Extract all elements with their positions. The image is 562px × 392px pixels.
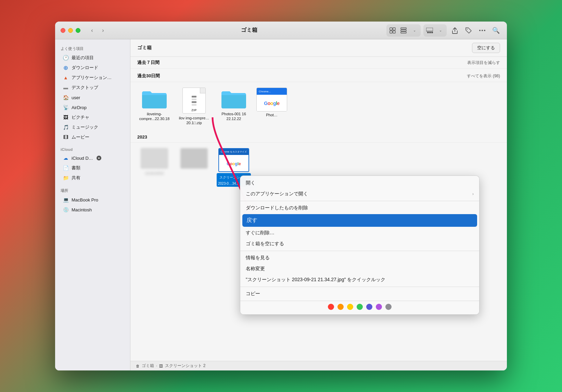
breadcrumb-separator: › [156,364,157,368]
breadcrumb-file: スクリーンショット 2 [165,363,205,369]
svg-point-12 [479,30,481,31]
sidebar-item-icloud-drive[interactable]: ☁ iCloud D… ● [57,153,128,163]
gallery-button[interactable] [424,25,435,36]
sidebar-item-airdrop[interactable]: 📡 AirDrop [57,103,128,112]
file-item-screenshot-partial[interactable]: Chrome... Google Phot… [256,88,287,126]
sidebar-music-label: ミュージック [72,124,98,130]
context-menu-put-back[interactable]: 戻す [242,214,477,227]
file-item-2023-2[interactable] [177,148,211,187]
breadcrumb-file-icon: 🖼 [159,364,163,368]
sidebar-desktop-label: デスクトップ [72,84,98,91]
macbook-icon: 💻 [63,197,69,203]
files-grid-30days: iloveimg-compre...22.30.18 [130,82,507,132]
file-item-2023-1[interactable]: screenshot [137,148,171,187]
section-past7-action[interactable]: 表示項目を減らす [467,60,500,66]
minimize-button[interactable] [68,28,73,33]
sidebar-macbook-label: MacBook Pro [72,197,98,202]
color-dot-purple[interactable] [376,304,382,310]
sidebar-item-applications[interactable]: ▲ アプリケーション… [57,73,128,82]
file-item-folder1[interactable]: iloveimg-compre...22.30.18 [137,88,171,126]
color-dot-red[interactable] [328,304,334,310]
zip-icon: ZIP [182,88,206,114]
context-menu-rename[interactable]: 名称変更 [240,263,479,274]
sidebar-item-recents[interactable]: 🕐 最近の項目 [57,53,128,63]
file-name-folder1: iloveimg-compre...22.30.18 [137,111,171,122]
gallery-view-group: ⌄ [423,24,447,37]
trash-icon-small: 🗑 [136,364,140,368]
svg-rect-0 [390,28,392,30]
icloud-drive-icon: ☁ [63,155,69,161]
context-menu-copy[interactable]: コピー [240,288,479,299]
sidebar-item-desktop[interactable]: ▬ デスクトップ [57,83,128,92]
desktop-icon: ▬ [63,84,69,91]
list-view-button[interactable] [398,25,409,36]
sidebar-item-shared[interactable]: 📁 共有 [57,173,128,183]
sidebar-item-music[interactable]: 🎵 ミュージック [57,122,128,132]
svg-rect-1 [393,28,395,30]
sidebar-item-pictures[interactable]: 🖼 ピクチャ [57,113,128,122]
chevron-down-button[interactable]: ⌄ [409,25,420,36]
sidebar-item-macbook[interactable]: 💻 MacBook Pro [57,195,128,205]
color-dot-yellow[interactable] [347,304,353,310]
shared-icon: 📁 [63,175,69,181]
context-menu-delete-downloaded[interactable]: ダウンロードしたものを削除 [240,202,479,213]
sidebar-icloud-label: iCloud D… [72,156,93,161]
svg-point-14 [484,30,485,31]
share-button[interactable] [449,25,460,36]
color-dot-blue[interactable] [366,304,372,310]
forward-button[interactable]: › [98,26,108,35]
color-dot-gray[interactable] [385,304,392,310]
macintosh-icon: 💿 [63,207,69,213]
context-menu-open[interactable]: 開く [240,178,479,188]
sidebar-item-documents[interactable]: 📄 書類 [57,163,128,173]
sidebar-pictures-label: ピクチャ [72,114,89,120]
sidebar-movies-label: ムービー [72,134,89,140]
grid-view-button[interactable] [387,25,398,36]
file-item-folder2[interactable]: Photos-001 16 22.12.22 [217,88,251,126]
applications-icon: ▲ [63,75,69,81]
file-name-zip: ilov img-compre…20.1□.zip [177,115,211,126]
context-menu-quicklook[interactable]: "スクリーンショット 2023-09-21 21.34.27.jpg" をクイッ… [240,274,479,285]
section-past7: 過去７日間 表示項目を減らす [130,57,507,69]
back-button[interactable]: ‹ [87,26,97,35]
location-section-title: 場所 [55,185,130,195]
search-button[interactable]: 🔍 [490,25,501,36]
breadcrumb-trash: ゴミ箱 [142,363,154,369]
sidebar-item-downloads[interactable]: ⊕ ダウンロード [57,63,128,73]
sidebar-item-user[interactable]: 🏠 user [57,93,128,102]
context-menu-delete-immediately[interactable]: すぐに削除… [240,227,479,238]
svg-point-11 [467,28,468,29]
sidebar: よく使う項目 🕐 最近の項目 ⊕ ダウンロード ▲ アプリケーション… ▬ デス… [55,39,130,370]
content-header: ゴミ箱 空にする [130,39,507,57]
context-menu-empty-trash[interactable]: ゴミ箱を空にする [240,238,479,249]
context-menu-open-with[interactable]: このアプリケーションで開く › [240,188,479,199]
section-past30-action[interactable]: すべてを表示 (98) [467,73,500,79]
thumbnail-selected: Chrome をカスタマイズして... Google [218,148,249,172]
sidebar-user-label: user [72,95,80,100]
context-menu-divider-3 [240,287,479,287]
open-with-chevron-icon: › [472,192,474,196]
svg-rect-8 [427,32,429,33]
sidebar-item-macintosh[interactable]: 💿 Macintosh [57,205,128,214]
tag-button[interactable] [463,25,474,36]
context-menu-get-info[interactable]: 情報を見る [240,252,479,263]
icloud-badge: ● [97,156,101,160]
empty-trash-button[interactable]: 空にする [472,43,500,53]
color-dots-bar [240,301,479,313]
close-button[interactable] [61,28,65,33]
window-title: ゴミ箱 [112,27,386,34]
file-item-zip[interactable]: ZIP ilov img-compre…20.1□.zip [177,88,211,126]
color-dot-orange[interactable] [337,304,344,310]
favorites-section-title: よく使う項目 [55,43,130,53]
color-dot-green[interactable] [357,304,363,310]
nav-buttons: ‹ › [87,26,108,35]
thumbnail-blurred-1 [141,148,168,169]
sidebar-item-movies[interactable]: 🎞 ムービー [57,132,128,142]
fullscreen-button[interactable] [76,28,80,33]
more-button[interactable] [477,25,488,36]
gallery-chevron-button[interactable]: ⌄ [435,25,446,36]
folder-icon-1 [141,88,168,109]
breadcrumb-bar: 🗑 ゴミ箱 › 🖼 スクリーンショット 2 [130,361,507,370]
sidebar-applications-label: アプリケーション… [72,75,112,81]
traffic-lights [61,28,80,33]
